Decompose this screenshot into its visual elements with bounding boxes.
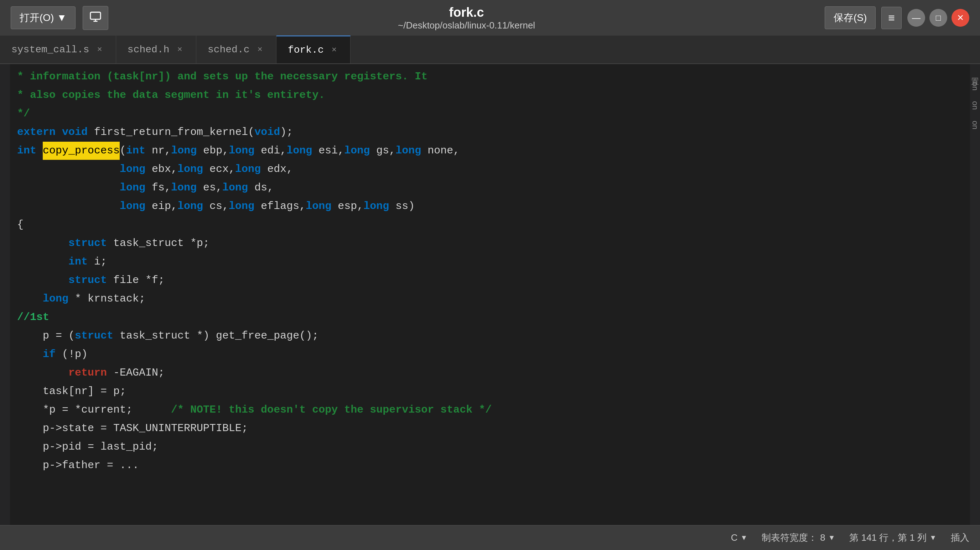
tab-sched-c[interactable]: sched.c ×	[196, 36, 277, 63]
language-chevron: ▼	[740, 534, 748, 542]
code-line-10: struct task_struct *p;	[17, 234, 970, 253]
window-controls: — □ ✕	[907, 9, 969, 27]
tab-width-chevron: ▼	[828, 534, 835, 542]
insert-mode-indicator[interactable]: 插入	[951, 531, 969, 544]
titlebar-center: fork.c ~/Desktop/oslab/linux-0.11/kernel	[398, 5, 535, 31]
tab-width-label: 制表符宽度：	[762, 531, 817, 544]
main-window: 打开(O) ▼ fork.c ~/Desktop/oslab/linux-0.1…	[0, 0, 980, 550]
right-sidebar-text-2: on	[970, 82, 980, 90]
tabbar: system_call.s × sched.h × sched.c × fork…	[0, 36, 980, 64]
code-line-2: * also copies the data segment in it's e…	[17, 86, 970, 105]
code-line-20: p->state = TASK_UNINTERRUPTIBLE;	[17, 419, 970, 438]
code-line-14: //1st	[17, 308, 970, 327]
code-line-15: p = (struct task_struct *) get_free_page…	[17, 327, 970, 345]
tab-close-sched-h[interactable]: ×	[175, 44, 184, 55]
code-line-21: p->pid = last_pid;	[17, 438, 970, 456]
code-line-22: p->father = ...	[17, 456, 970, 475]
tab-fork-c[interactable]: fork.c ×	[277, 36, 350, 63]
code-line-12: struct file *f;	[17, 271, 970, 290]
right-sidebar: 置 on on on	[970, 64, 980, 525]
open-label: 打开(O)	[20, 11, 54, 25]
code-line-6: long ebx,long ecx,long edx,	[17, 160, 970, 179]
tab-label-sched-h: sched.h	[127, 44, 170, 55]
tab-width-selector[interactable]: 制表符宽度： 8 ▼	[762, 531, 835, 544]
left-sidebar	[0, 64, 10, 525]
code-area: * information (task[nr]) and sets up the…	[10, 68, 970, 475]
tab-width-value: 8	[820, 532, 825, 543]
code-line-17: return -EAGAIN;	[17, 364, 970, 382]
statusbar: C ▼ 制表符宽度： 8 ▼ 第 141 行，第 1 列 ▼ 插入	[0, 525, 980, 550]
titlebar-right: 保存(S) ≡ — □ ✕	[825, 6, 969, 29]
position-indicator[interactable]: 第 141 行，第 1 列 ▼	[849, 531, 937, 544]
code-line-8: long eip,long cs,long eflags,long esp,lo…	[17, 197, 970, 216]
tab-label-system-call-s: system_call.s	[11, 44, 89, 55]
code-line-5: int copy_process(int nr,long ebp,long ed…	[17, 142, 970, 160]
svg-rect-0	[91, 12, 100, 19]
code-line-3: */	[17, 105, 970, 123]
code-line-19: *p = *current; /* NOTE! this doesn't cop…	[17, 401, 970, 419]
editor-container: * information (task[nr]) and sets up the…	[0, 64, 980, 525]
code-line-1: * information (task[nr]) and sets up the…	[17, 68, 970, 86]
code-line-7: long fs,long es,long ds,	[17, 179, 970, 197]
titlebar: 打开(O) ▼ fork.c ~/Desktop/oslab/linux-0.1…	[0, 0, 980, 36]
tab-system-call-s[interactable]: system_call.s ×	[0, 36, 116, 63]
tab-label-sched-c: sched.c	[208, 44, 250, 55]
right-sidebar-text-4: on	[970, 120, 980, 129]
window-title-path: ~/Desktop/oslab/linux-0.11/kernel	[398, 20, 535, 31]
window-title-filename: fork.c	[398, 5, 535, 20]
position-label: 第 141 行，第 1 列	[849, 531, 927, 544]
insert-mode-label: 插入	[951, 531, 969, 544]
menu-button[interactable]: ≡	[881, 7, 902, 29]
open-button[interactable]: 打开(O) ▼	[11, 6, 76, 29]
tab-close-fork-c[interactable]: ×	[329, 44, 339, 55]
code-line-16: if (!p)	[17, 345, 970, 364]
close-button[interactable]: ✕	[951, 9, 969, 27]
code-line-18: task[nr] = p;	[17, 382, 970, 401]
tab-close-sched-c[interactable]: ×	[255, 44, 265, 55]
code-line-9: {	[17, 216, 970, 234]
position-chevron: ▼	[929, 534, 937, 542]
language-label: C	[731, 532, 738, 543]
open-arrow: ▼	[57, 12, 67, 24]
editor-main[interactable]: * information (task[nr]) and sets up the…	[10, 64, 970, 525]
tab-label-fork-c: fork.c	[288, 44, 324, 55]
right-sidebar-text-3: on	[970, 101, 980, 109]
code-line-11: int i;	[17, 253, 970, 271]
language-selector[interactable]: C ▼	[731, 532, 748, 543]
titlebar-left: 打开(O) ▼	[11, 6, 108, 30]
maximize-button[interactable]: □	[929, 9, 947, 27]
code-line-13: long * krnstack;	[17, 290, 970, 308]
minimize-button[interactable]: —	[907, 9, 925, 27]
tab-sched-h[interactable]: sched.h ×	[116, 36, 196, 63]
monitor-button[interactable]	[83, 6, 108, 30]
save-button[interactable]: 保存(S)	[825, 6, 876, 29]
code-line-4: extern void first_return_from_kernel(voi…	[17, 123, 970, 142]
tab-close-system-call-s[interactable]: ×	[95, 44, 104, 55]
